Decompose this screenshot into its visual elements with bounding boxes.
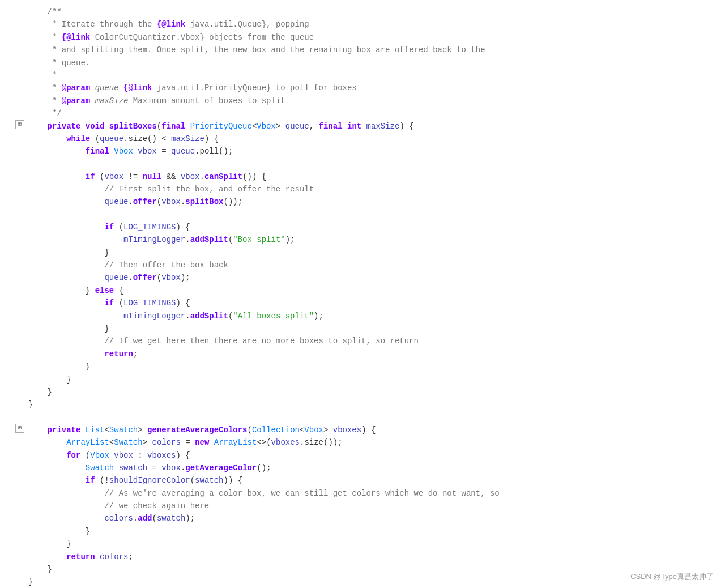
code-line: /** — [28, 6, 714, 18]
code-line: if (vbox != null && vbox.canSplit()) { — [28, 171, 714, 183]
code-line: } — [28, 246, 714, 259]
code-line: final Vbox vbox = queue.poll(); — [28, 145, 714, 157]
code-line: while (queue.size() < maxSize) { — [28, 133, 714, 145]
code-line: } — [28, 373, 714, 386]
watermark: CSDN @Type真是太帅了 — [630, 571, 714, 583]
line: // First split the box, and offer the re… — [11, 183, 714, 195]
line: } — [11, 386, 714, 398]
code-line: if (LOG_TIMINGS) { — [28, 221, 714, 233]
code-line: queue.offer(vbox.splitBox()); — [28, 195, 714, 208]
code-line: private List<Swatch> generateAverageColo… — [28, 424, 714, 436]
line: if (!shouldIgnoreColor(swatch)) { — [11, 474, 714, 487]
code-line: * — [28, 69, 714, 82]
code-line: if (LOG_TIMINGS) { — [28, 297, 714, 309]
line: for (Vbox vbox : vboxes) { — [11, 449, 714, 462]
line: if (LOG_TIMINGS) { — [11, 297, 714, 309]
line: } — [11, 322, 714, 335]
code-line: * and splitting them. Once split, the ne… — [28, 44, 714, 56]
line: * queue. — [11, 57, 714, 69]
line: } — [11, 360, 714, 373]
line: * {@link ColorCutQuantizer.Vbox} objects… — [11, 31, 714, 44]
line: } — [11, 398, 714, 411]
code-container: /** * Iterate through the {@link java.ut… — [0, 0, 725, 588]
gutter-icon-generateavg[interactable]: ⊞ — [11, 424, 28, 433]
code-line: mTimingLogger.addSplit("All boxes split"… — [28, 310, 714, 322]
line: final Vbox vbox = queue.poll(); — [11, 145, 714, 157]
code-line: * queue. — [28, 57, 714, 69]
line: // As we're averaging a color box, we ca… — [11, 487, 714, 500]
line: mTimingLogger.addSplit("All boxes split"… — [11, 310, 714, 322]
line: * Iterate through the {@link java.util.Q… — [11, 18, 714, 31]
code-line: } — [28, 525, 714, 538]
line: queue.offer(vbox); — [11, 271, 714, 284]
line: * and splitting them. Once split, the ne… — [11, 44, 714, 56]
line: } — [11, 576, 714, 588]
line: mTimingLogger.addSplit("Box split"); — [11, 233, 714, 246]
line: } else { — [11, 284, 714, 297]
line: // If we get here then there are no more… — [11, 335, 714, 347]
line: /** — [11, 6, 714, 18]
line: } — [11, 373, 714, 386]
code-line: return colors; — [28, 551, 714, 563]
code-line: return; — [28, 348, 714, 360]
gutter-icon-splitboxes[interactable]: ⊞ — [11, 120, 28, 129]
line: } — [11, 525, 714, 538]
code-line: } — [28, 322, 714, 335]
line: colors.add(swatch); — [11, 512, 714, 525]
line — [11, 208, 714, 221]
code-line: */ — [28, 107, 714, 120]
line: } — [11, 563, 714, 576]
line: ⊞ private void splitBoxes(final Priority… — [11, 120, 714, 133]
code-line: // we check again here — [28, 500, 714, 512]
code-line: Swatch swatch = vbox.getAverageColor(); — [28, 462, 714, 474]
line: // we check again here — [11, 500, 714, 512]
line: * @param queue {@link java.util.Priority… — [11, 82, 714, 94]
code-line: for (Vbox vbox : vboxes) { — [28, 449, 714, 462]
collapse-icon-2[interactable]: ⊞ — [15, 424, 24, 433]
code-line: } — [28, 398, 714, 411]
code-line: } — [28, 360, 714, 373]
line: ArrayList<Swatch> colors = new ArrayList… — [11, 436, 714, 449]
code-line: // First split the box, and offer the re… — [28, 183, 714, 195]
code-line: * {@link ColorCutQuantizer.Vbox} objects… — [28, 31, 714, 44]
code-line: ArrayList<Swatch> colors = new ArrayList… — [28, 436, 714, 449]
code-line: * @param maxSize Maximum amount of boxes… — [28, 95, 714, 107]
line: if (vbox != null && vbox.canSplit()) { — [11, 171, 714, 183]
line: } — [11, 538, 714, 550]
line: if (LOG_TIMINGS) { — [11, 221, 714, 233]
code-line: } — [28, 563, 714, 576]
code-line: // As we're averaging a color box, we ca… — [28, 487, 714, 500]
line: ⊞ private List<Swatch> generateAverageCo… — [11, 424, 714, 436]
line: * @param maxSize Maximum amount of boxes… — [11, 95, 714, 107]
line: while (queue.size() < maxSize) { — [11, 133, 714, 145]
line: } — [11, 246, 714, 259]
code-line: } — [28, 538, 714, 550]
code-line: // If we get here then there are no more… — [28, 335, 714, 347]
line: return colors; — [11, 551, 714, 563]
code-line: * @param queue {@link java.util.Priority… — [28, 82, 714, 94]
code-block: /** * Iterate through the {@link java.ut… — [0, 6, 725, 588]
code-line: queue.offer(vbox); — [28, 271, 714, 284]
code-line: } else { — [28, 284, 714, 297]
code-line: mTimingLogger.addSplit("Box split"); — [28, 233, 714, 246]
code-line: } — [28, 576, 714, 588]
line: // Then offer the box back — [11, 259, 714, 271]
line: */ — [11, 107, 714, 120]
code-line: colors.add(swatch); — [28, 512, 714, 525]
line: * — [11, 69, 714, 82]
code-line: if (!shouldIgnoreColor(swatch)) { — [28, 474, 714, 487]
line: Swatch swatch = vbox.getAverageColor(); — [11, 462, 714, 474]
code-line: // Then offer the box back — [28, 259, 714, 271]
collapse-icon[interactable]: ⊞ — [15, 120, 24, 129]
code-line: private void splitBoxes(final PriorityQu… — [28, 120, 714, 133]
line: return; — [11, 348, 714, 360]
code-line: * Iterate through the {@link java.util.Q… — [28, 18, 714, 31]
line — [11, 158, 714, 171]
code-line: } — [28, 386, 714, 398]
line — [11, 411, 714, 424]
line: queue.offer(vbox.splitBox()); — [11, 195, 714, 208]
